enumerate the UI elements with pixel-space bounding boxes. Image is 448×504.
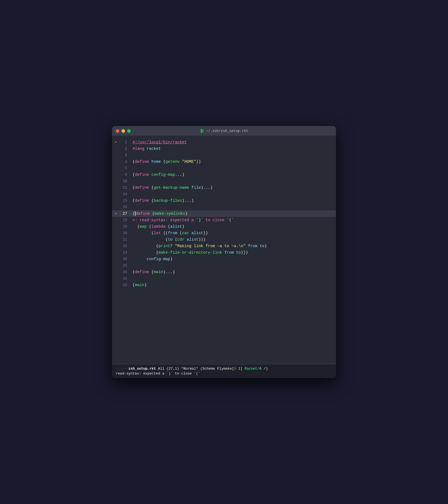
line-number-36: 36 bbox=[120, 269, 130, 275]
line-content-33: (make-file-or-directory-link from to))) bbox=[130, 250, 248, 256]
line-number-35: 35 bbox=[120, 263, 130, 268]
line-number-31: 31 bbox=[120, 237, 130, 243]
code-line-27: » 27 (define (make-symlinks) bbox=[112, 210, 336, 217]
status-line-1: -:--- zsh_setup.rkt All (27,1) *Normal* … bbox=[116, 366, 332, 371]
line-content-42: (main) bbox=[130, 282, 147, 288]
statusbar: -:--- zsh_setup.rkt All (27,1) *Normal* … bbox=[112, 364, 336, 378]
code-line-2: 2 #lang racket bbox=[112, 145, 336, 152]
flymake-error-count: 0 bbox=[234, 367, 236, 371]
titlebar: 🐉 ~/.zsh/zsh_setup.rkt bbox=[112, 126, 336, 136]
line-number-6: 6 bbox=[120, 172, 130, 178]
close-button[interactable] bbox=[116, 129, 119, 133]
line-content-34: config-map) bbox=[130, 256, 173, 262]
minimize-button[interactable] bbox=[121, 129, 125, 133]
line-number-2: 2 bbox=[120, 146, 130, 152]
line-content-4: (define home (getenv "HOME")) bbox=[130, 159, 201, 165]
line-number-4: 4 bbox=[120, 159, 130, 165]
line-number-1: 1 bbox=[120, 139, 130, 145]
arrow-1: » bbox=[112, 139, 120, 145]
line-content-1: #!/usr/local/bin/racket bbox=[130, 139, 187, 145]
line-number-42: 42 bbox=[120, 282, 130, 288]
code-line-11: 11 (define (get-backup-name file)...) bbox=[112, 184, 336, 191]
editor-window: 🐉 ~/.zsh/zsh_setup.rkt » 1 #!/usr/local/… bbox=[112, 126, 336, 378]
code-line-41: 41 bbox=[112, 275, 336, 282]
line-content-28: e: read-syntax: expected a `)` to close … bbox=[130, 217, 234, 223]
line-content-36: (define (main)...) bbox=[130, 269, 175, 275]
code-line-35: 35 bbox=[112, 262, 336, 269]
status-mode: *Normal* bbox=[181, 367, 198, 371]
line-number-15: 15 bbox=[120, 198, 130, 204]
code-line-15: 15 (define (backup-files)...) bbox=[112, 197, 336, 204]
line-number-41: 41 bbox=[120, 276, 130, 281]
line-number-34: 34 bbox=[120, 256, 130, 262]
code-line-1: » 1 #!/usr/local/bin/racket bbox=[112, 139, 336, 145]
traffic-lights bbox=[116, 129, 131, 133]
code-line-10: 10 bbox=[112, 178, 336, 184]
code-line-32: 32 (printf "Making link from ~a to ~a.\n… bbox=[112, 243, 336, 249]
maximize-button[interactable] bbox=[127, 129, 131, 133]
line-content-6: (define config-map...) bbox=[130, 172, 184, 178]
line-content-2: #lang racket bbox=[130, 146, 161, 152]
line-number-14: 14 bbox=[120, 191, 130, 197]
code-line-3: 3 bbox=[112, 152, 336, 158]
line-number-11: 11 bbox=[120, 185, 130, 191]
line-content-30: (let ((from (car alist)) bbox=[130, 230, 208, 236]
status-all: All (27,1) bbox=[158, 367, 179, 371]
code-line-33: 33 (make-file-or-directory-link from to)… bbox=[112, 249, 336, 256]
code-container[interactable]: » 1 #!/usr/local/bin/racket 2 #lang rack… bbox=[112, 138, 336, 362]
line-number-32: 32 bbox=[120, 243, 130, 249]
code-line-14: 14 bbox=[112, 191, 336, 197]
code-line-36: 36 (define (main)...) bbox=[112, 269, 336, 275]
line-number-30: 30 bbox=[120, 230, 130, 236]
code-line-5: 5 bbox=[112, 165, 336, 171]
line-number-29: 29 bbox=[120, 224, 130, 230]
line-content-31: (to (cdr alist))) bbox=[130, 237, 206, 243]
line-content-29: (map (lambda (alist) bbox=[130, 224, 184, 230]
line-number-27: 27 bbox=[120, 211, 130, 217]
window-title: 🐉 ~/.zsh/zsh_setup.rkt bbox=[200, 129, 248, 133]
line-number-3: 3 bbox=[120, 152, 130, 158]
code-line-28: 28 e: read-syntax: expected a `)` to clo… bbox=[112, 217, 336, 223]
status-dashes: -:--- bbox=[116, 367, 126, 371]
line-content-27: (define (make-symlinks) bbox=[130, 211, 187, 217]
flymake-warning-count: 1 bbox=[238, 367, 241, 371]
code-line-29: 29 (map (lambda (alist) bbox=[112, 223, 336, 230]
line-content-32: (printf "Making link from ~a to ~a.\n" f… bbox=[130, 243, 267, 249]
line-number-5: 5 bbox=[120, 165, 130, 171]
line-number-26: 26 bbox=[120, 204, 130, 210]
arrow-27: » bbox=[112, 211, 120, 217]
line-content-15: (define (backup-files)...) bbox=[130, 198, 194, 204]
code-line-42: 42 (main) bbox=[112, 282, 336, 288]
line-content-11: (define (get-backup-name file)...) bbox=[130, 185, 213, 191]
status-filename: zsh_setup.rkt bbox=[129, 367, 156, 371]
status-racket: Racket/A bbox=[245, 367, 261, 371]
line-number-28: 28 bbox=[120, 217, 130, 223]
code-line-34: 34 config-map) bbox=[112, 256, 336, 262]
editor-area[interactable]: » 1 #!/usr/local/bin/racket 2 #lang rack… bbox=[112, 136, 336, 364]
file-icon: 🐉 bbox=[200, 129, 204, 133]
line-number-33: 33 bbox=[120, 250, 130, 256]
code-line-26: 26 bbox=[112, 204, 336, 210]
code-line-31: 31 (to (cdr alist))) bbox=[112, 236, 336, 243]
code-line-4: 4 (define home (getenv "HOME")) bbox=[112, 158, 336, 165]
status-error-message: read-syntax: expected a `)` to close `(` bbox=[116, 372, 200, 376]
status-flymake: (Scheme Flymake[0 1] Racket/A /) bbox=[200, 367, 268, 371]
code-line-6: 6 (define config-map...) bbox=[112, 171, 336, 178]
line-number-10: 10 bbox=[120, 178, 130, 184]
code-line-30: 30 (let ((from (car alist)) bbox=[112, 230, 336, 236]
status-line-2: read-syntax: expected a `)` to close `(` bbox=[116, 371, 332, 376]
